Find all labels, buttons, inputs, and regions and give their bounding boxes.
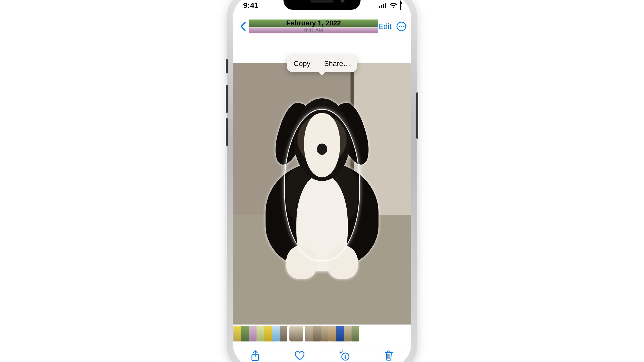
photo-viewer[interactable]: Copy Share… (233, 38, 411, 325)
thumbnail[interactable] (328, 326, 336, 341)
thumbnail[interactable] (257, 326, 264, 341)
screen: 9:41 (233, 0, 411, 362)
thumbnail[interactable] (233, 326, 241, 341)
thumbnail[interactable] (249, 326, 257, 341)
chevron-left-icon (240, 22, 247, 31)
battery-icon (400, 1, 401, 10)
edit-button[interactable]: Edit (378, 22, 392, 31)
ellipsis-circle-icon (396, 21, 406, 32)
svg-rect-11 (345, 356, 346, 359)
svg-point-5 (399, 26, 400, 27)
thumbnail[interactable] (272, 326, 280, 341)
thumbnail[interactable] (352, 326, 359, 341)
info-action[interactable] (337, 348, 352, 362)
thumbnail[interactable] (321, 326, 328, 341)
wifi-icon (390, 3, 397, 8)
info-sparkle-icon (338, 350, 350, 361)
toolbar (233, 343, 411, 362)
svg-point-7 (403, 26, 404, 27)
status-time: 9:41 (243, 1, 259, 10)
svg-point-6 (401, 26, 402, 27)
mute-switch (226, 59, 228, 73)
thumbnail[interactable] (336, 326, 344, 341)
share-button[interactable]: Share… (317, 55, 357, 72)
svg-point-10 (345, 355, 346, 356)
side-button (416, 92, 418, 139)
trash-icon (384, 350, 393, 361)
photo[interactable] (233, 63, 411, 325)
volume-up-button (226, 85, 228, 113)
share-icon (250, 350, 260, 361)
thumbnail[interactable] (280, 326, 287, 341)
thumbnail-strip[interactable] (233, 325, 411, 343)
nav-title: February 1, 2022 (249, 20, 378, 27)
svg-rect-3 (385, 3, 386, 8)
photo-subject[interactable] (258, 94, 386, 283)
subject-callout: Copy Share… (287, 55, 357, 72)
thumbnail[interactable] (305, 326, 313, 341)
thumbnail[interactable] (241, 326, 249, 341)
nav-subtitle: 9:41 AM (249, 27, 378, 33)
thumbnail[interactable] (344, 326, 352, 341)
share-action[interactable] (248, 348, 262, 362)
iphone-frame: 9:41 (228, 0, 416, 362)
nav-title-block: February 1, 2022 9:41 AM (249, 20, 378, 33)
thumbnail-selected[interactable] (289, 326, 303, 341)
nav-bar: February 1, 2022 9:41 AM Edit (233, 15, 411, 38)
favorite-action[interactable] (292, 348, 307, 362)
heart-icon (294, 351, 305, 360)
svg-rect-0 (379, 6, 380, 8)
delete-action[interactable] (382, 348, 396, 362)
copy-button[interactable]: Copy (287, 55, 317, 72)
notch (283, 0, 361, 10)
more-button[interactable] (396, 21, 406, 32)
back-button[interactable] (238, 21, 249, 32)
cellular-icon (379, 3, 387, 8)
volume-down-button (226, 118, 228, 146)
svg-rect-1 (381, 5, 382, 8)
thumbnail[interactable] (264, 326, 272, 341)
svg-rect-2 (383, 4, 384, 8)
thumbnail[interactable] (313, 326, 321, 341)
